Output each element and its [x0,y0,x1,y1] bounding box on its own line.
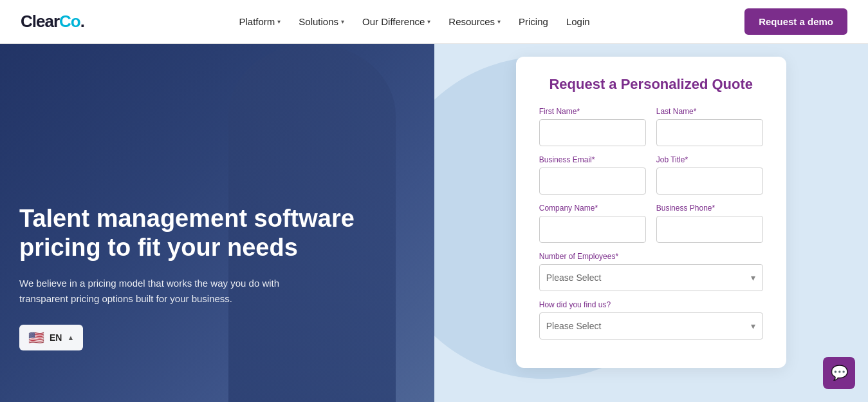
form-group-company-name: Company Name* [539,204,646,243]
nav-platform[interactable]: Platform ▾ [239,16,281,27]
nav-solutions[interactable]: Solutions ▾ [299,16,344,27]
main-layout: Talent management software pricing to fi… [0,44,868,402]
job-title-label: Job Title* [656,155,763,164]
first-name-input[interactable] [539,119,646,146]
nav-resources[interactable]: Resources ▾ [448,16,501,27]
job-title-required: * [685,155,688,164]
company-name-label: Company Name* [539,204,646,213]
company-name-required: * [595,204,598,213]
last-name-label: Last Name* [656,107,763,116]
employees-label: Number of Employees* [539,252,763,261]
nav-solutions-label: Solutions [299,16,338,27]
chat-icon: 💬 [831,365,848,381]
how-find-select[interactable]: Please Select Search Engine Social Media… [539,312,763,340]
form-group-business-email: Business Email* [539,155,646,195]
language-selector[interactable]: 🇺🇸 EN ▲ [19,325,83,350]
first-name-required: * [577,107,580,116]
form-group-last-name: Last Name* [656,107,763,146]
first-name-label: First Name* [539,107,646,116]
logo-co: Co [59,12,80,32]
business-email-input[interactable] [539,168,646,195]
nav-our-difference-label: Our Difference [362,16,425,27]
form-row-employees: Number of Employees* Please Select 1–10 … [539,252,763,291]
hero-title: Talent management software pricing to fi… [19,204,402,263]
employees-select-wrapper: Please Select 1–10 11–50 51–200 201–500 … [539,264,763,291]
business-phone-input[interactable] [656,216,763,243]
our-difference-chevron-icon: ▾ [427,18,430,25]
job-title-input[interactable] [656,168,763,195]
logo-clear: Clear [21,12,59,32]
flag-icon: 🇺🇸 [28,330,44,345]
nav-our-difference[interactable]: Our Difference ▾ [362,16,430,27]
form-group-employees: Number of Employees* Please Select 1–10 … [539,252,763,291]
business-phone-required: * [712,204,715,213]
nav-pricing[interactable]: Pricing [519,16,548,27]
form-group-how-find: How did you find us? Please Select Searc… [539,300,763,340]
header: ClearCo. Platform ▾ Solutions ▾ Our Diff… [0,0,868,44]
nav-platform-label: Platform [239,16,275,27]
company-name-input[interactable] [539,216,646,243]
right-panel: Request a Personalized Quote First Name*… [434,44,869,402]
last-name-input[interactable] [656,119,763,146]
last-name-required: * [694,107,697,116]
business-phone-label: Business Phone* [656,204,763,213]
hero-content: Talent management software pricing to fi… [0,44,434,402]
how-find-select-wrapper: Please Select Search Engine Social Media… [539,312,763,340]
chat-button[interactable]: 💬 [823,357,855,389]
lang-chevron-icon: ▲ [67,334,74,341]
form-row-company-phone: Company Name* Business Phone* [539,204,763,243]
resources-chevron-icon: ▾ [497,18,501,25]
how-find-label: How did you find us? [539,300,763,309]
form-row-how-find: How did you find us? Please Select Searc… [539,300,763,340]
main-nav: Platform ▾ Solutions ▾ Our Difference ▾ … [239,16,589,27]
form-title: Request a Personalized Quote [539,76,763,93]
hero-section: Talent management software pricing to fi… [0,44,434,402]
logo-dot: . [80,12,84,32]
business-email-required: * [592,155,595,164]
lang-code: EN [50,332,62,343]
request-demo-button[interactable]: Request a demo [744,8,847,35]
form-group-first-name: First Name* [539,107,646,146]
business-email-label: Business Email* [539,155,646,164]
logo[interactable]: ClearCo. [21,12,84,32]
form-row-name: First Name* Last Name* [539,107,763,146]
form-group-business-phone: Business Phone* [656,204,763,243]
platform-chevron-icon: ▾ [277,18,281,25]
hero-subtitle: We believe in a pricing model that works… [19,276,328,307]
form-group-job-title: Job Title* [656,155,763,195]
nav-resources-label: Resources [448,16,495,27]
quote-form-card: Request a Personalized Quote First Name*… [516,57,786,368]
employees-required: * [615,252,618,261]
form-row-email-title: Business Email* Job Title* [539,155,763,195]
employees-select[interactable]: Please Select 1–10 11–50 51–200 201–500 … [539,264,763,291]
nav-login[interactable]: Login [566,16,590,27]
solutions-chevron-icon: ▾ [341,18,344,25]
